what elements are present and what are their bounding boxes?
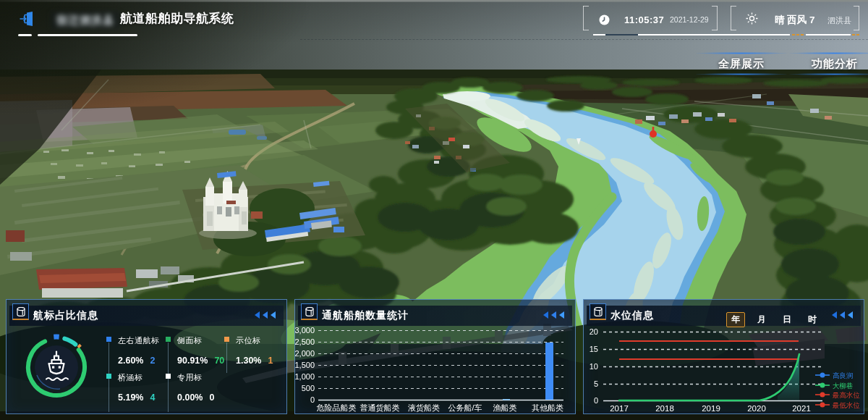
- svg-text:2,000: 2,000: [295, 349, 315, 358]
- svg-text:20: 20: [590, 327, 598, 336]
- svg-text:3,000: 3,000: [295, 326, 315, 335]
- svg-text:2021: 2021: [792, 404, 811, 413]
- svg-text:5: 5: [594, 379, 598, 388]
- svg-text:2,500: 2,500: [295, 337, 315, 346]
- svg-text:1,000: 1,000: [295, 372, 315, 381]
- svg-text:500: 500: [302, 384, 315, 392]
- svg-text:2020: 2020: [747, 404, 766, 413]
- svg-text:大柳巷: 大柳巷: [833, 382, 854, 390]
- svg-text:渔船类: 渔船类: [493, 403, 517, 412]
- svg-text:最低水位: 最低水位: [832, 401, 861, 409]
- svg-text:1,500: 1,500: [295, 361, 315, 369]
- svg-text:公务船/车: 公务船/车: [448, 403, 482, 412]
- svg-text:普通货船类: 普通货船类: [360, 403, 400, 412]
- svg-text:最高水位: 最高水位: [832, 391, 861, 399]
- svg-text:高良涧: 高良涧: [833, 371, 854, 379]
- svg-text:0: 0: [310, 395, 315, 404]
- svg-text:0: 0: [594, 396, 598, 405]
- svg-text:2019: 2019: [702, 404, 720, 413]
- svg-text:2017: 2017: [610, 404, 629, 413]
- svg-text:液货船类: 液货船类: [408, 403, 440, 412]
- svg-text:15: 15: [590, 345, 598, 353]
- svg-text:危险品船类: 危险品船类: [317, 403, 357, 412]
- svg-text:2018: 2018: [655, 404, 674, 413]
- svg-text:10: 10: [590, 362, 598, 371]
- svg-text:其他船类: 其他船类: [532, 403, 563, 412]
